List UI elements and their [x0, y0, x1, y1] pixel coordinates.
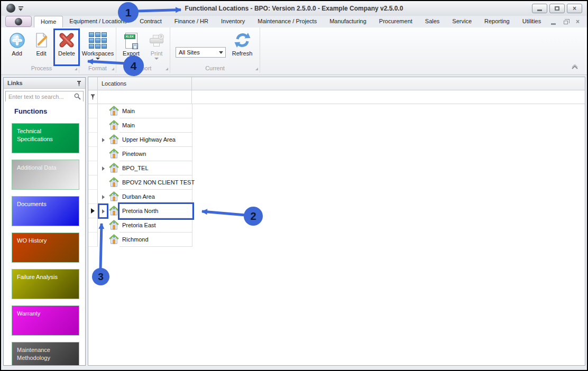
expand-toggle[interactable]: [98, 204, 108, 218]
maximize-button[interactable]: [549, 4, 565, 13]
collapse-ribbon-chevron-icon[interactable]: [571, 62, 578, 71]
location-name-cell[interactable]: Pretoria North: [120, 204, 192, 218]
location-tree-row[interactable]: BPO_TEL: [88, 161, 585, 175]
add-button[interactable]: Add: [4, 29, 30, 57]
ribbon-tab[interactable]: Inventory: [215, 16, 251, 27]
filter-cell[interactable]: [98, 90, 192, 104]
links-panel-header: Links: [4, 78, 85, 89]
location-name-cell[interactable]: Pretoria East: [120, 218, 192, 233]
export-button[interactable]: XLSX Export: [118, 29, 144, 57]
edit-button[interactable]: Edit: [29, 29, 54, 57]
expand-arrow-icon: [102, 138, 105, 142]
print-icon: ?: [144, 29, 169, 49]
grid-filter-row: [88, 90, 585, 104]
title-bar: Functional Locations - BPO: Version 2.5.…: [1, 1, 587, 16]
location-name-cell[interactable]: Main: [120, 104, 192, 118]
function-tile-label: Maintenance Methodology: [17, 347, 50, 361]
minimize-button[interactable]: [532, 4, 547, 13]
location-tree-row[interactable]: Main: [88, 104, 585, 118]
location-name-cell[interactable]: Pinetown: [120, 147, 192, 161]
expand-arrow-icon: [102, 166, 105, 171]
location-tree-row[interactable]: Main: [88, 118, 585, 133]
function-tile[interactable]: Documents: [12, 196, 79, 226]
function-tile[interactable]: Failure Analysis: [12, 269, 79, 299]
ribbon-tab[interactable]: Home: [34, 16, 63, 27]
filter-pin-icon: [90, 94, 95, 100]
location-name-cell[interactable]: Richmond: [120, 233, 192, 247]
functions-section-title: Functions: [14, 107, 47, 115]
callout-circle-4: 4: [123, 55, 144, 76]
refresh-icon: [227, 29, 257, 49]
links-title: Links: [4, 78, 85, 88]
dropdown-caret-icon: [219, 51, 223, 56]
ribbon-tab[interactable]: Maintenance / Projects: [251, 16, 323, 27]
location-tree-row[interactable]: Pretoria North: [88, 204, 585, 218]
location-tree-row[interactable]: BPOV2 NON CLIENT TEST: [88, 175, 585, 190]
pin-icon[interactable]: [76, 80, 82, 87]
dialog-launcher-icon[interactable]: [255, 68, 258, 70]
mdi-restore-icon[interactable]: [564, 21, 568, 24]
ribbon-tab[interactable]: Service: [446, 16, 478, 27]
add-icon: [4, 29, 30, 49]
locations-column-header[interactable]: Locations: [98, 77, 192, 90]
sidebar-search-box: [5, 91, 84, 101]
location-tree-row[interactable]: Upper Highway Area: [88, 133, 585, 147]
dialog-launcher-icon[interactable]: [166, 68, 168, 70]
function-tile[interactable]: Warranty: [12, 305, 79, 336]
expand-toggle[interactable]: [98, 175, 108, 190]
bpo-logo-icon: [15, 18, 22, 25]
function-tile[interactable]: Maintenance Methodology: [12, 342, 79, 366]
function-tile[interactable]: Technical Specifications: [12, 123, 79, 153]
row-indicator-cell: [88, 147, 98, 161]
ribbon-tab[interactable]: Procurement: [373, 16, 419, 27]
location-tree-row[interactable]: Pinetown: [88, 147, 585, 161]
workspaces-button[interactable]: Workspaces: [80, 29, 115, 62]
location-tree-row[interactable]: Richmond: [88, 233, 585, 247]
expand-toggle[interactable]: [98, 147, 108, 161]
location-name-cell[interactable]: Durban Area: [120, 190, 192, 204]
site-selector-combobox[interactable]: All Sites: [176, 47, 226, 58]
location-name-cell[interactable]: Main: [120, 118, 192, 133]
application-button[interactable]: [5, 16, 32, 27]
callout-circle-1: 1: [118, 2, 139, 23]
print-button[interactable]: ? Print: [144, 29, 169, 62]
dialog-launcher-icon[interactable]: [75, 68, 77, 70]
location-name-cell[interactable]: BPO_TEL: [120, 161, 192, 175]
ribbon-tab[interactable]: Utilities: [516, 16, 547, 27]
home-icon: [108, 119, 120, 131]
expand-toggle[interactable]: [98, 218, 108, 233]
function-tile[interactable]: WO History: [12, 233, 79, 263]
expand-toggle[interactable]: [98, 233, 108, 247]
home-icon: [108, 219, 120, 231]
expand-toggle[interactable]: [98, 133, 108, 147]
ribbon-tab[interactable]: Sales: [419, 16, 446, 27]
expand-toggle[interactable]: [98, 104, 108, 118]
expand-toggle[interactable]: [98, 118, 108, 133]
row-indicator-icon: [91, 208, 95, 214]
ribbon-tabs: Home Equipment / Locations Contract Fina…: [34, 16, 547, 27]
delete-button[interactable]: Delete: [54, 29, 79, 57]
location-name-cell[interactable]: Upper Highway Area: [120, 133, 192, 147]
dialog-launcher-icon[interactable]: [112, 68, 114, 70]
expand-toggle[interactable]: [98, 161, 108, 175]
search-input[interactable]: [6, 92, 83, 101]
home-icon: [108, 177, 120, 188]
close-button[interactable]: ×: [567, 4, 582, 13]
row-indicator-cell: [88, 233, 98, 247]
location-tree-row[interactable]: Pretoria East: [88, 218, 585, 233]
ribbon-tab[interactable]: Finance / HR: [168, 16, 215, 27]
filter-row-gutter: [88, 90, 98, 104]
callout-circle-2: 2: [244, 207, 263, 226]
ribbon-tab[interactable]: Reporting: [478, 16, 516, 27]
function-tile[interactable]: Additional Data: [12, 160, 79, 190]
refresh-button[interactable]: Refresh: [227, 29, 257, 57]
mdi-close-icon[interactable]: ×: [576, 18, 580, 25]
mdi-minimize-icon[interactable]: [551, 23, 556, 25]
ribbon-tab[interactable]: Contract: [133, 16, 168, 27]
row-indicator-cell: [88, 104, 98, 118]
ribbon-group-current: All Sites Refresh Current: [170, 27, 260, 73]
location-name-cell[interactable]: BPOV2 NON CLIENT TEST: [120, 175, 192, 190]
ribbon-tab[interactable]: Manufacturing: [323, 16, 373, 27]
location-tree-row[interactable]: Durban Area: [88, 190, 585, 204]
expand-toggle[interactable]: [98, 190, 108, 204]
